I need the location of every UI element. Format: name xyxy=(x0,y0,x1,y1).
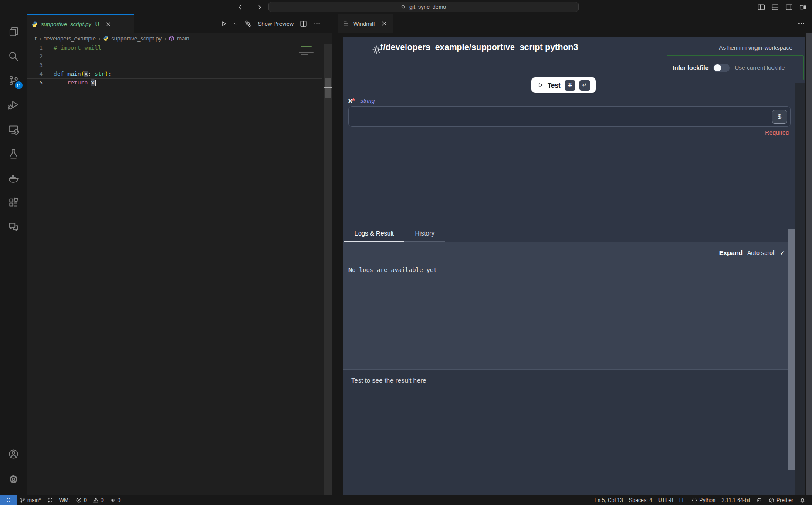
close-icon[interactable] xyxy=(105,21,112,27)
vscode-window: git_sync_demo 11 supportive_script.py U … xyxy=(0,0,812,505)
breadcrumb-label: f xyxy=(35,35,37,42)
status-label: LF xyxy=(679,497,685,503)
activity-search[interactable] xyxy=(3,44,24,68)
text-cursor xyxy=(95,80,96,86)
arg-input[interactable] xyxy=(349,107,790,126)
tab-history[interactable]: History xyxy=(404,226,445,242)
command-center-search[interactable]: git_sync_demo xyxy=(268,2,579,12)
activity-comments[interactable] xyxy=(3,215,24,239)
activity-settings[interactable] xyxy=(3,467,24,492)
close-icon[interactable] xyxy=(381,20,388,27)
status-sync[interactable] xyxy=(44,495,56,505)
open-changes-icon[interactable] xyxy=(244,20,252,27)
run-and-debug-icon xyxy=(8,99,19,111)
toggle-primary-sidebar-icon[interactable] xyxy=(758,3,765,11)
breadcrumb-separator: › xyxy=(98,35,100,42)
breadcrumb-item-supportive-script-py[interactable]: supportive_script.py xyxy=(103,35,162,42)
minimap[interactable] xyxy=(297,44,323,64)
status-eol[interactable]: LF xyxy=(676,495,688,505)
lockfile-toggle[interactable] xyxy=(713,64,730,72)
status-problems-warnings[interactable]: 0 xyxy=(90,495,107,505)
git-status-badge: U xyxy=(95,21,99,27)
activity-bar-top: 11 xyxy=(3,20,24,239)
status-copilot[interactable] xyxy=(753,495,765,505)
split-editor-icon[interactable] xyxy=(300,20,307,27)
activity-run-and-debug[interactable] xyxy=(3,93,24,117)
breadcrumb-item-main[interactable]: main xyxy=(169,35,189,42)
breadcrumb-label: developers_example xyxy=(44,35,96,42)
docker-icon xyxy=(8,172,19,184)
search-icon xyxy=(401,4,406,10)
window-layout-controls xyxy=(758,0,807,14)
status-indentation[interactable]: Spaces: 4 xyxy=(626,495,655,505)
status-label: 3.11.1 64-bit xyxy=(721,497,750,503)
scrollbar-thumb[interactable] xyxy=(325,78,331,98)
tab-supportive-script[interactable]: supportive_script.py U xyxy=(27,14,134,33)
status-label: WM: xyxy=(59,497,70,503)
activity-remote-explorer[interactable] xyxy=(3,117,24,141)
activity-docker[interactable] xyxy=(3,166,24,190)
settings-icon xyxy=(8,474,19,485)
forward-icon[interactable] xyxy=(255,3,262,11)
tab-logs-result[interactable]: Logs & Result xyxy=(344,226,404,242)
status-notifications[interactable] xyxy=(796,495,809,505)
breadcrumb-label: supportive_script.py xyxy=(111,35,162,42)
activity-source-control[interactable]: 11 xyxy=(3,68,24,93)
autoscroll-toggle[interactable]: Auto scroll xyxy=(747,249,775,256)
python-icon xyxy=(103,35,109,41)
activity-accounts[interactable] xyxy=(3,441,24,467)
bell-icon xyxy=(799,497,805,503)
status-remote[interactable] xyxy=(0,495,17,505)
breadcrumb-item-developers-example[interactable]: developers_example xyxy=(44,35,96,42)
code-editor[interactable]: 1# import wmill234def main(x: str):5 ret… xyxy=(27,44,332,495)
remote-explorer-icon xyxy=(8,124,19,135)
run-options-icon[interactable] xyxy=(233,21,238,26)
script-path-title: f/developers_example/supportive_script p… xyxy=(380,42,578,52)
more-actions-icon[interactable] xyxy=(798,20,805,27)
editor-scrollbar[interactable] xyxy=(324,44,332,495)
show-preview-button[interactable]: Show Preview xyxy=(258,20,294,27)
webview-gutter xyxy=(795,83,805,495)
back-icon[interactable] xyxy=(237,3,245,11)
use-current-lockfile-label: Use current lockfile xyxy=(734,64,785,71)
customize-layout-icon[interactable] xyxy=(799,3,807,11)
code-line: 4def main(x: str): xyxy=(27,70,332,78)
activity-testing[interactable] xyxy=(3,141,24,166)
overview-ruler-cursor xyxy=(324,87,332,88)
variable-picker-button[interactable]: $ xyxy=(772,110,787,124)
test-button[interactable]: Test ⌘ ↵ xyxy=(531,77,596,93)
activity-extensions[interactable] xyxy=(3,190,24,215)
status-label: main* xyxy=(27,497,41,503)
code-text: def main(x: str): xyxy=(43,70,112,78)
status-label: Ln 5, Col 13 xyxy=(595,497,623,503)
status-prettier[interactable]: Prettier xyxy=(765,495,796,505)
status-language-status[interactable]: Python xyxy=(688,495,718,505)
status-cursor-position[interactable]: Ln 5, Col 13 xyxy=(592,495,626,505)
status-encoding[interactable]: UTF-8 xyxy=(655,495,676,505)
line-number: 4 xyxy=(27,70,43,78)
webview-scrollbar-thumb[interactable] xyxy=(788,229,795,470)
python-icon xyxy=(31,21,38,27)
run-python-file-icon[interactable] xyxy=(220,20,227,27)
status-python-version[interactable]: 3.11.1 64-bit xyxy=(718,495,753,505)
breadcrumb-item-f[interactable]: f xyxy=(35,35,37,42)
status-ports[interactable]: 0 xyxy=(107,495,124,505)
code-line: 1# import wmill xyxy=(27,44,332,52)
windmill-webview: f/developers_example/supportive_script p… xyxy=(343,37,805,495)
activity-explorer[interactable] xyxy=(3,20,24,44)
toggle-secondary-sidebar-icon[interactable] xyxy=(785,3,793,11)
editor-actions: Show Preview xyxy=(220,14,321,33)
infer-lockfile-label: Infer lockfile xyxy=(673,64,708,71)
extensions-icon xyxy=(8,197,19,208)
status-wm[interactable]: WM: xyxy=(56,495,73,505)
expand-button[interactable]: Expand xyxy=(719,249,743,256)
code-text: return x xyxy=(43,78,96,87)
status-git-branch[interactable]: main* xyxy=(17,495,44,505)
more-actions-icon[interactable] xyxy=(313,20,321,27)
required-asterisk: * xyxy=(352,97,355,104)
status-problems-errors[interactable]: 0 xyxy=(73,495,90,505)
tab-windmill[interactable]: Windmill xyxy=(338,14,393,33)
toggle-panel-icon[interactable] xyxy=(771,3,779,11)
breadcrumb-label: main xyxy=(177,35,189,42)
title-bar: git_sync_demo xyxy=(0,0,812,14)
